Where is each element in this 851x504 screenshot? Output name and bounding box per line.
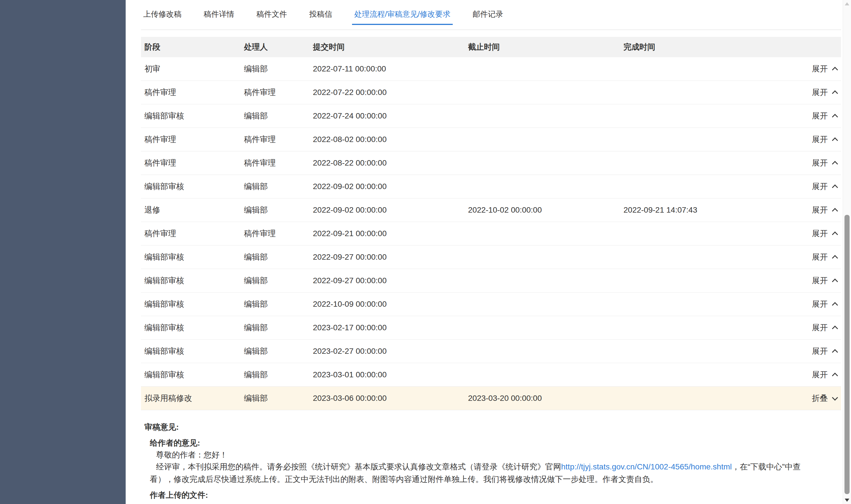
table-row: 编辑部审核 编辑部 2022-09-02 00:00:00 展开 — [141, 175, 841, 198]
tab-manuscript-files[interactable]: 稿件文件 — [254, 8, 289, 25]
toggle-label: 展开 — [812, 64, 828, 74]
cell-handler: 编辑部 — [244, 275, 313, 286]
cell-submit-time: 2023-02-17 00:00:00 — [313, 323, 468, 332]
expand-row-button[interactable]: 展开 — [796, 87, 841, 98]
chevron-icon — [832, 302, 838, 308]
cell-stage: 稿件审理 — [141, 228, 244, 239]
chevron-icon — [832, 184, 838, 190]
toggle-label: 展开 — [812, 275, 828, 286]
cell-stage: 编辑部审核 — [141, 370, 244, 380]
to-author-heading: 给作者的意见: — [150, 437, 841, 449]
chevron-icon — [832, 349, 838, 355]
cell-stage: 退修 — [141, 205, 244, 215]
cell-stage: 初审 — [141, 64, 244, 74]
cell-stage: 编辑部审核 — [141, 322, 244, 333]
scrollbar-thumb[interactable] — [845, 215, 850, 494]
table-row: 稿件审理 稿件审理 2022-07-22 00:00:00 展开 — [141, 81, 841, 104]
page: 上传修改稿稿件详情稿件文件投稿信处理流程/审稿意见/修改要求邮件记录 阶段处理人… — [0, 0, 851, 504]
cell-submit-time: 2022-09-21 00:00:00 — [313, 229, 468, 238]
expand-row-button[interactable]: 展开 — [796, 181, 841, 192]
chevron-icon — [832, 255, 838, 261]
scroll-down-arrow-icon[interactable] — [845, 499, 849, 502]
expand-row-button[interactable]: 展开 — [796, 275, 841, 286]
cell-handler: 编辑部 — [244, 205, 313, 215]
table-row: 稿件审理 稿件审理 2022-08-02 00:00:00 展开 — [141, 128, 841, 151]
greeting-text: 尊敬的作者：您好！ — [156, 449, 841, 461]
cell-stage: 编辑部审核 — [141, 275, 244, 286]
tab-email-records[interactable]: 邮件记录 — [470, 8, 505, 25]
cell-deadline: 2023-03-20 00:00:00 — [468, 394, 624, 403]
expand-row-button[interactable]: 展开 — [796, 299, 841, 309]
cell-stage: 拟录用稿修改 — [141, 393, 244, 404]
tab-upload-revision[interactable]: 上传修改稿 — [141, 8, 184, 25]
chevron-icon — [832, 231, 838, 237]
tab-cover-letter[interactable]: 投稿信 — [307, 8, 334, 25]
table-row: 稿件审理 稿件审理 2022-08-22 00:00:00 展开 — [141, 151, 841, 175]
expand-row-button[interactable]: 展开 — [796, 228, 841, 239]
toggle-label: 展开 — [812, 346, 828, 357]
table-row: 退修 编辑部 2022-09-02 00:00:00 2022-10-02 00… — [141, 198, 841, 222]
expand-row-button[interactable]: 展开 — [796, 370, 841, 380]
expand-row-button[interactable]: 展开 — [796, 134, 841, 145]
cell-handler: 编辑部 — [244, 181, 313, 192]
expand-row-button[interactable]: 展开 — [796, 346, 841, 357]
toggle-label: 展开 — [812, 111, 828, 121]
sidebar — [0, 0, 126, 504]
expand-row-button[interactable]: 展开 — [796, 64, 841, 74]
cell-submit-time: 2022-08-22 00:00:00 — [313, 159, 468, 167]
expand-row-button[interactable]: 展开 — [796, 252, 841, 263]
cell-stage: 稿件审理 — [141, 134, 244, 145]
tab-label: 投稿信 — [309, 10, 332, 18]
cell-stage: 编辑部审核 — [141, 181, 244, 192]
review-body-paragraph: 经评审，本刊拟采用您的稿件。请务必按照《统计研究》基本版式要求认真修改文章格式（… — [150, 461, 805, 486]
tab-process-review-revision[interactable]: 处理流程/审稿意见/修改要求 — [352, 8, 453, 25]
toggle-label: 展开 — [812, 299, 828, 309]
vertical-scrollbar[interactable] — [843, 0, 851, 504]
review-opinions-heading: 审稿意见: — [144, 421, 841, 433]
chevron-icon — [832, 278, 838, 284]
cell-submit-time: 2023-03-01 00:00:00 — [313, 370, 468, 379]
toggle-label: 展开 — [812, 181, 828, 192]
toggle-label: 折叠 — [812, 393, 828, 404]
table-row: 编辑部审核 编辑部 2022-10-09 00:00:00 展开 — [141, 292, 841, 316]
toggle-label: 展开 — [812, 134, 828, 145]
collapse-row-button[interactable]: 折叠 — [796, 393, 841, 404]
tab-label: 稿件文件 — [257, 10, 287, 18]
chevron-icon — [832, 373, 838, 378]
cell-submit-time: 2022-08-02 00:00:00 — [313, 135, 468, 144]
expand-row-button[interactable]: 展开 — [796, 322, 841, 333]
chevron-icon — [832, 114, 838, 120]
scroll-up-arrow-icon[interactable] — [845, 2, 849, 5]
cell-handler: 编辑部 — [244, 393, 313, 404]
expand-row-button[interactable]: 展开 — [796, 111, 841, 121]
tab-label: 处理流程/审稿意见/修改要求 — [354, 10, 450, 18]
cell-handler: 稿件审理 — [244, 158, 313, 168]
table-row: 拟录用稿修改 编辑部 2023-03-06 00:00:00 2023-03-2… — [141, 386, 841, 410]
cell-stage: 编辑部审核 — [141, 299, 244, 309]
cell-submit-time: 2022-09-02 00:00:00 — [313, 205, 468, 215]
tab-label: 稿件详情 — [204, 10, 234, 18]
chevron-icon — [832, 395, 838, 400]
cell-submit-time: 2022-07-22 00:00:00 — [313, 88, 468, 97]
expand-row-button[interactable]: 展开 — [796, 205, 841, 215]
main-content: 上传修改稿稿件详情稿件文件投稿信处理流程/审稿意见/修改要求邮件记录 阶段处理人… — [126, 0, 843, 504]
journal-website-link[interactable]: http://tjyj.stats.gov.cn/CN/1002-4565/ho… — [561, 462, 732, 471]
cell-submit-time: 2023-02-27 00:00:00 — [313, 347, 468, 356]
cell-handler: 稿件审理 — [244, 87, 313, 98]
table-row: 编辑部审核 编辑部 2022-09-27 00:00:00 展开 — [141, 246, 841, 269]
tab-label: 邮件记录 — [473, 10, 503, 18]
expand-row-button[interactable]: 展开 — [796, 158, 841, 168]
cell-handler: 编辑部 — [244, 111, 313, 121]
review-section: 审稿意见: 给作者的意见: 尊敬的作者：您好！ 经评审，本刊拟采用您的稿件。请务… — [144, 421, 841, 501]
column-header: 处理人 — [244, 42, 313, 52]
workflow-table: 阶段处理人提交时间截止时间完成时间 初审 编辑部 2022-07-11 00:0… — [141, 37, 841, 410]
table-row: 编辑部审核 编辑部 2023-03-01 00:00:00 展开 — [141, 363, 841, 386]
cell-stage: 编辑部审核 — [141, 111, 244, 121]
cell-handler: 稿件审理 — [244, 134, 313, 145]
cell-submit-time: 2023-03-06 00:00:00 — [313, 394, 468, 403]
table-row: 编辑部审核 编辑部 2022-07-24 00:00:00 展开 — [141, 104, 841, 128]
cell-submit-time: 2022-09-02 00:00:00 — [313, 182, 468, 191]
author-files-heading: 作者上传的文件: — [150, 489, 841, 501]
tab-manuscript-details[interactable]: 稿件详情 — [202, 8, 237, 25]
table-row: 稿件审理 稿件审理 2022-09-21 00:00:00 展开 — [141, 222, 841, 246]
